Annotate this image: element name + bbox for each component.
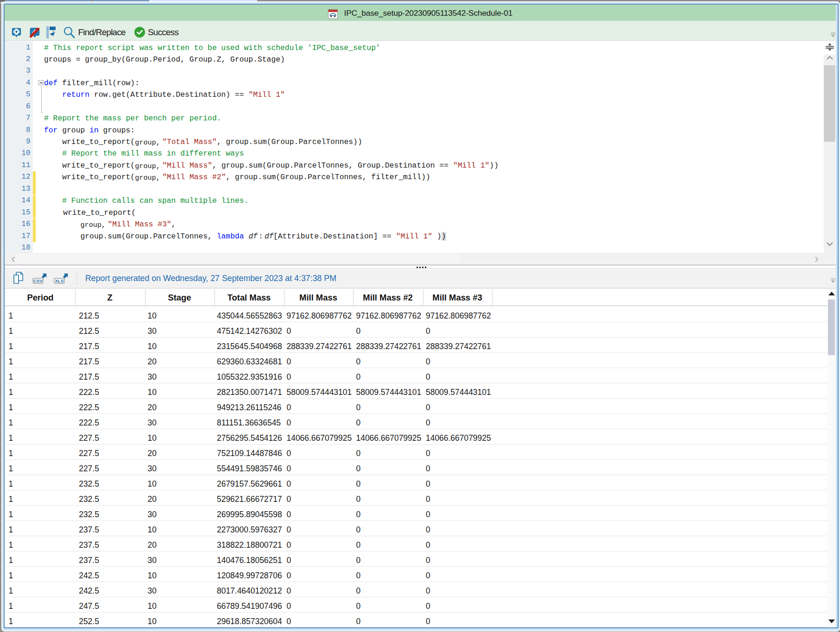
svg-text:XLS: XLS bbox=[55, 278, 63, 283]
svg-text:CSV: CSV bbox=[33, 278, 43, 283]
